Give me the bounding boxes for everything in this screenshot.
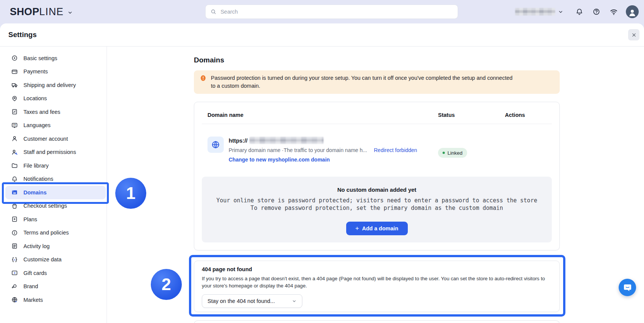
sidebar-item-label: Customer account — [23, 136, 68, 142]
green-dot-icon — [443, 152, 445, 154]
sidebar-item-file-library[interactable]: File library — [5, 159, 106, 172]
shopline-logo-menu[interactable]: SHOPLINE — [10, 6, 73, 18]
column-header-status: Status — [438, 112, 455, 118]
sidebar-item-label: Locations — [23, 95, 47, 101]
page-404-description: If you try to access a page that doesn't… — [202, 275, 552, 289]
sidebar-item-notifications[interactable]: Notifications — [5, 172, 106, 186]
truck-icon — [11, 82, 18, 88]
sidebar-item-label: Languages — [23, 122, 51, 128]
sidebar-item-locations[interactable]: Locations — [5, 92, 106, 106]
close-button[interactable] — [628, 29, 639, 40]
wifi-icon[interactable] — [610, 8, 618, 16]
folder-icon — [11, 162, 18, 169]
chevron-down-icon — [292, 299, 297, 304]
add-domain-label: Add a domain — [362, 225, 398, 231]
status-label: Linked — [447, 150, 463, 156]
search-input[interactable] — [220, 8, 453, 15]
status-badge: Linked — [438, 148, 467, 158]
person-icon — [628, 6, 637, 17]
settings-window: Settings Basic settings Payments Shippin… — [0, 23, 644, 323]
sidebar-item-label: Staff and permissions — [23, 149, 76, 155]
404-behavior-select[interactable]: Stay on the 404 not found... — [202, 294, 302, 308]
section-heading: Domains — [194, 56, 644, 64]
info-circle-icon — [11, 230, 18, 236]
page-title: Settings — [8, 31, 37, 39]
page-404-card: 404 page not found If you try to access … — [194, 261, 560, 312]
select-value: Stay on the 404 not found... — [207, 298, 275, 304]
annotation-step-1: 1 — [115, 178, 146, 209]
close-icon — [632, 33, 636, 37]
tax-document-icon — [11, 109, 18, 115]
help-icon[interactable] — [593, 8, 600, 16]
password-protection-banner: Password protection is turned on during … — [194, 70, 560, 94]
globe-icon — [11, 297, 18, 303]
brand-comet-icon — [11, 283, 18, 290]
sidebar-item-label: Activity log — [23, 243, 50, 249]
sidebar-item-languages[interactable]: ENLanguages — [5, 119, 106, 132]
bell-icon — [11, 176, 18, 182]
sidebar-item-activity-log[interactable]: Activity log — [5, 239, 106, 253]
annotation-step-2: 2 — [151, 269, 182, 300]
banner-text: Password protection is turned on during … — [211, 74, 516, 90]
sidebar-item-customer-account[interactable]: Customer account — [5, 132, 106, 146]
page-404-title: 404 page not found — [202, 266, 552, 273]
plus-icon: + — [355, 225, 359, 232]
sidebar-item-label: Markets — [23, 297, 43, 303]
global-search[interactable] — [205, 5, 458, 19]
sidebar-item-gift-cards[interactable]: ★Gift cards — [5, 266, 106, 280]
no-custom-domain-panel: No custom domain added yet Your online s… — [202, 177, 552, 242]
sidebar-item-plans[interactable]: Plans — [5, 213, 106, 226]
domain-subtitle: Primary domain name ·The traffic to your… — [229, 147, 367, 153]
sidebar-item-shipping[interactable]: Shipping and delivery — [5, 78, 106, 92]
sidebar-item-domains[interactable]: Domains — [5, 186, 106, 199]
sidebar-item-terms-policies[interactable]: Terms and policies — [5, 226, 106, 240]
sidebar-item-label: Terms and policies — [23, 230, 69, 236]
shopping-bag-icon — [11, 203, 18, 209]
sidebar-item-taxes[interactable]: Taxes and fees — [5, 105, 106, 119]
sidebar-item-label: Shipping and delivery — [23, 82, 76, 88]
empty-state-line2: To remove password protection, set the p… — [202, 204, 552, 212]
table-row: https:// Primary domain name ·The traffi… — [194, 124, 559, 164]
settings-sidebar: Basic settings Payments Shipping and del… — [0, 47, 107, 323]
chat-bubble-icon — [623, 283, 632, 292]
basic-settings-icon — [11, 55, 18, 61]
domains-content: Domains Password protection is turned on… — [107, 47, 644, 323]
add-domain-button[interactable]: + Add a domain — [346, 222, 408, 235]
sidebar-item-brand[interactable]: Brand — [5, 280, 106, 293]
sidebar-item-checkout-settings[interactable]: Checkout settings — [5, 199, 106, 213]
person-icon — [11, 135, 18, 142]
sidebar-item-staff-permissions[interactable]: Staff and permissions — [5, 146, 106, 159]
change-domain-link[interactable]: Change to new myshopline.com domain — [229, 157, 417, 164]
logo-text-strong: SHOP — [10, 6, 39, 18]
bell-icon[interactable] — [576, 8, 583, 16]
shopline-logo: SHOPLINE — [10, 6, 64, 18]
globe-icon-tile — [207, 137, 224, 153]
empty-state-line1: Your online store is password protected;… — [202, 197, 552, 204]
person-key-icon — [11, 149, 18, 155]
chevron-down-icon — [67, 10, 73, 16]
search-icon — [211, 9, 216, 15]
settings-header: Settings — [0, 23, 644, 47]
column-header-actions: Actions — [505, 112, 525, 118]
document-lines-icon — [11, 243, 18, 249]
sidebar-item-label: Customize data — [23, 256, 62, 262]
sidebar-item-label: Notifications — [23, 176, 53, 182]
redirect-forbidden-link[interactable]: Redirect forbidden — [374, 147, 417, 153]
redacted-store-name — [515, 8, 555, 16]
domain-cell: https:// Primary domain name ·The traffi… — [229, 137, 417, 164]
sidebar-item-basic-settings[interactable]: Basic settings — [5, 51, 106, 65]
sidebar-item-payments[interactable]: Payments — [5, 65, 106, 79]
chat-button[interactable] — [619, 279, 636, 296]
sidebar-item-label: Checkout settings — [23, 203, 67, 209]
gift-card-icon: ★ — [11, 270, 18, 276]
topbar-right — [515, 0, 644, 23]
sidebar-item-customize-data[interactable]: ACustomize data — [5, 253, 106, 267]
chevron-down-icon[interactable] — [558, 9, 564, 15]
language-bubble-icon: EN — [11, 122, 18, 129]
sidebar-item-markets[interactable]: Markets — [5, 293, 106, 307]
avatar[interactable] — [626, 5, 639, 18]
sidebar-item-label: Domains — [23, 189, 46, 196]
svg-text:★: ★ — [13, 272, 15, 274]
sidebar-item-label: Taxes and fees — [23, 109, 60, 115]
empty-state-title: No custom domain added yet — [202, 186, 552, 193]
